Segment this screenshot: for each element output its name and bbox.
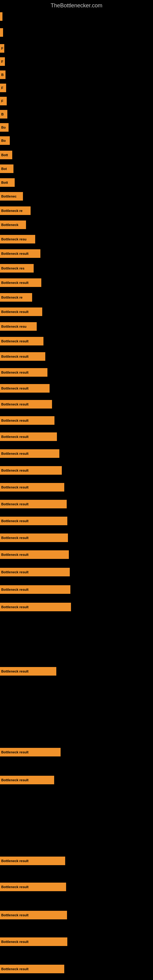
bar: Bottleneck result xyxy=(0,585,70,594)
bar-item: Bottleneck xyxy=(0,220,153,230)
bar: F xyxy=(0,57,5,66)
bar-label: Bottleneck resu xyxy=(1,325,27,328)
bar-item: Bottleneck re xyxy=(0,206,153,216)
bar: F xyxy=(0,44,4,52)
bar-item: Bottleneck result xyxy=(0,499,153,509)
bar: Bottleneck resu xyxy=(0,322,37,331)
bar-item: Bottleneck result xyxy=(0,449,153,458)
bar-item: F xyxy=(0,96,153,106)
bar-label: Bottleneck result xyxy=(1,967,29,971)
bar: Bott xyxy=(0,151,12,159)
bar: Bottleneck result xyxy=(0,911,67,920)
bar-label: Bot xyxy=(1,167,7,170)
bar: Bottleneck result xyxy=(0,307,42,316)
bar: Bottleneck result xyxy=(0,748,61,756)
bar-item: Bott xyxy=(0,178,153,188)
bar-label: Bottleneck result xyxy=(1,310,29,313)
bar-label: Bottleneck result xyxy=(1,371,29,374)
bar: F xyxy=(0,84,6,92)
bar-item: Bott xyxy=(0,150,153,160)
bar-item: Bottleneck result xyxy=(0,882,153,892)
bar xyxy=(0,28,3,37)
bar: Bottleneck result xyxy=(0,533,68,542)
bar-label: F xyxy=(1,99,3,103)
bar-item: Bottleneck result xyxy=(0,432,153,442)
bar: Bottleneck result xyxy=(0,449,59,458)
bar: Bottleneck result xyxy=(0,352,45,361)
bar-item: Bo xyxy=(0,123,153,132)
bar-item: Bot xyxy=(0,164,153,173)
bar: Bottleneck result xyxy=(0,483,64,492)
bar-item: Bottleneck result xyxy=(0,747,153,757)
bar: Bottleneck result xyxy=(0,466,62,475)
bar-label: B xyxy=(1,112,4,116)
bar-label: Bottleneck result xyxy=(1,940,29,943)
bar: Bottleneck result xyxy=(0,337,43,345)
bar-label: Bottleneck result xyxy=(1,281,29,285)
bar: Bottleneck result xyxy=(0,384,49,393)
bar-label: Bottleneck result xyxy=(1,588,29,591)
bar-item: Bottleneck result xyxy=(0,383,153,393)
bar-label: Bottleneck result xyxy=(1,469,29,472)
bar-label: Bott xyxy=(1,181,8,185)
bar: Bottleneck result xyxy=(0,517,67,525)
bar-label: Bott xyxy=(1,153,8,157)
bar-item: Bottleneck re xyxy=(0,293,153,302)
bar-label: Bottleneck result xyxy=(1,913,29,917)
bar-label: Bo xyxy=(1,126,6,129)
bar-item: Bottleneck result xyxy=(0,368,153,377)
bar-label: Bottleneck result xyxy=(1,418,29,422)
bar-label: Bottleneck result xyxy=(1,750,29,754)
bar: Bottleneck re xyxy=(0,207,30,215)
bar-label: F xyxy=(1,86,3,90)
bar-label: Bottleneck result xyxy=(1,859,29,863)
bar-item: Bottleneck result xyxy=(0,415,153,425)
bar: Bottleneck result xyxy=(0,667,56,676)
bar: Bott xyxy=(0,178,15,187)
bar: B xyxy=(0,110,7,119)
bar: Bottleneck res xyxy=(0,264,33,272)
bar-item: Bottleneck result xyxy=(0,533,153,542)
bar: B xyxy=(0,70,5,79)
bar-item: Bottleneck result xyxy=(0,249,153,258)
bar: Bottleneck result xyxy=(0,278,41,287)
bar-item xyxy=(0,12,153,21)
bar-label: Bo xyxy=(1,139,6,142)
bar-label: B xyxy=(1,73,4,76)
bar-label: Bottlenec xyxy=(1,194,16,198)
bar-item xyxy=(0,27,153,37)
bar: Bottleneck result xyxy=(0,249,40,258)
bar-label: Bottleneck xyxy=(1,223,18,227)
bar-label: Bottleneck result xyxy=(1,553,29,557)
bar-label: Bottleneck result xyxy=(1,885,29,889)
bar-label: Bottleneck result xyxy=(1,519,29,523)
bar: Bottleneck result xyxy=(0,857,65,865)
bar-label: F xyxy=(1,60,3,64)
bar-item: Bottleneck result xyxy=(0,602,153,612)
bar: Bottleneck result xyxy=(0,883,66,891)
bar-item: Bottleneck result xyxy=(0,964,153,974)
bar-item: Bottleneck result xyxy=(0,278,153,288)
bar-label: Bottleneck result xyxy=(1,339,29,343)
bar-label: Bottleneck result xyxy=(1,435,29,439)
bar-item: Bottleneck result xyxy=(0,667,153,676)
site-title: TheBottlenecker.com xyxy=(0,0,153,10)
bar-item: Bottleneck result xyxy=(0,307,153,317)
bar: Bottleneck resu xyxy=(0,235,35,243)
bar-item: Bottleneck resu xyxy=(0,321,153,331)
bar: Bottleneck result xyxy=(0,550,69,559)
bar-item: Bottleneck result xyxy=(0,336,153,346)
bar-label: Bottleneck re xyxy=(1,209,22,213)
bar-item: Bottleneck result xyxy=(0,550,153,560)
bar-label: Bottleneck result xyxy=(1,570,29,574)
bar: Bot xyxy=(0,164,13,173)
bar: Bottleneck result xyxy=(0,568,70,576)
bar-item: F xyxy=(0,43,153,53)
bar-item: Bottleneck result xyxy=(0,856,153,866)
bar: F xyxy=(0,97,7,105)
bar-label: Bottleneck result xyxy=(1,402,29,406)
bar-item: Bottleneck result xyxy=(0,937,153,947)
bar-item: Bottleneck resu xyxy=(0,234,153,244)
bar: Bottleneck result xyxy=(0,776,54,784)
bar: Bottleneck xyxy=(0,221,26,229)
